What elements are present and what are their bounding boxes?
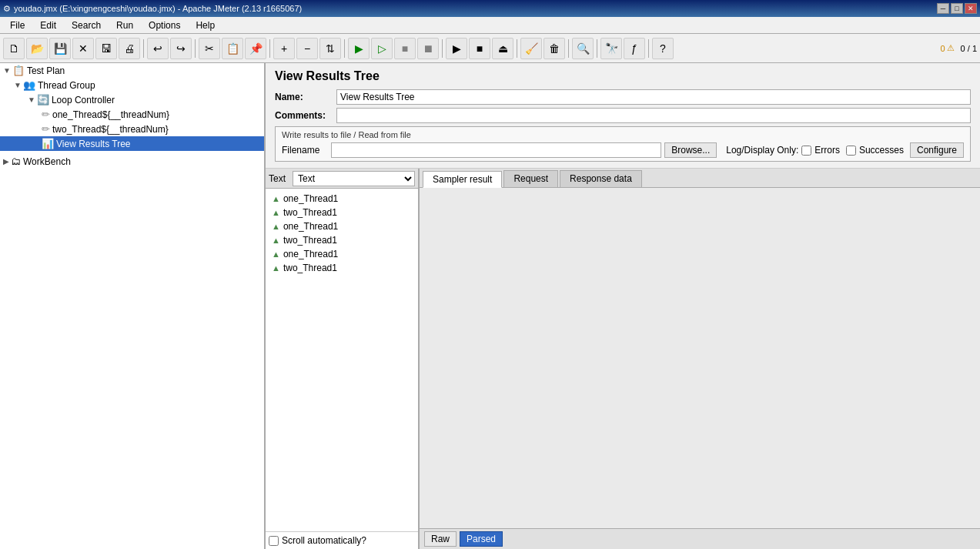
sep4 <box>344 39 345 58</box>
left-results: Text Text RegExp Tester CSS/JQuery Teste… <box>266 169 420 549</box>
tab-request[interactable]: Request <box>503 170 558 187</box>
menu-help[interactable]: Help <box>189 18 222 33</box>
tab-response-data[interactable]: Response data <box>560 170 642 187</box>
titlebar-left: ⚙ youdao.jmx (E:\xingnengceshi\youdao.jm… <box>3 4 302 14</box>
expand-arrow-loopcontroller: ▼ <box>28 95 35 104</box>
list-item[interactable]: ▲ one_Thread1 <box>269 219 415 233</box>
open-button[interactable]: 📂 <box>26 38 48 59</box>
errors-checkbox[interactable] <box>801 146 811 156</box>
cut-button[interactable]: ✂ <box>199 38 220 59</box>
workbench-label: WorkBench <box>23 156 71 167</box>
menu-run[interactable]: Run <box>109 18 140 33</box>
stop-button[interactable]: ■ <box>394 38 416 59</box>
menu-file[interactable]: File <box>3 18 32 33</box>
result-label-4: two_Thread1 <box>283 235 337 246</box>
tree-item-threadgroup[interactable]: ▼ 👥 Thread Group <box>0 78 264 92</box>
result-icon-2: ▲ <box>272 208 280 217</box>
sep3 <box>269 39 270 58</box>
list-item[interactable]: ▲ two_Thread1 <box>269 233 415 247</box>
results-dropdown[interactable]: Text RegExp Tester CSS/JQuery Tester XPa… <box>293 171 415 186</box>
filename-label: Filename <box>282 145 328 156</box>
copy-button[interactable]: 📋 <box>222 38 243 59</box>
tree-item-one-thread[interactable]: ✏ one_Thread${__threadNum} <box>0 107 264 122</box>
app-icon: ⚙ <box>3 4 11 14</box>
tree-item-testplan[interactable]: ▼ 📋 Test Plan <box>0 63 264 78</box>
list-item[interactable]: ▲ two_Thread1 <box>269 206 415 219</box>
scroll-auto-checkbox[interactable] <box>269 536 279 546</box>
tree-item-vrt[interactable]: 📊 View Results Tree <box>0 136 264 151</box>
shutdown-button[interactable]: ⏹ <box>417 38 439 59</box>
close-tb-button[interactable]: ✕ <box>72 38 94 59</box>
file-section-title: Write results to file / Read from file <box>282 130 964 139</box>
browse-button[interactable]: 🔭 <box>600 38 622 59</box>
name-label: Name: <box>275 92 336 102</box>
configure-button[interactable]: Configure <box>910 142 964 158</box>
tab-sampler-result[interactable]: Sampler result <box>423 171 502 188</box>
redo-button[interactable]: ↪ <box>170 38 192 59</box>
start-button[interactable]: ▶ <box>348 38 370 59</box>
sampler1-icon: ✏ <box>42 109 50 120</box>
browse-button-file[interactable]: Browse... <box>664 142 717 158</box>
successes-checkbox[interactable] <box>846 146 856 156</box>
search-button[interactable]: 🔍 <box>572 38 594 59</box>
list-item[interactable]: ▲ one_Thread1 <box>269 247 415 261</box>
loopcontroller-icon: 🔄 <box>37 94 49 105</box>
vrt-form: View Results Tree Name: Comments: Write … <box>266 63 980 169</box>
result-label-3: one_Thread1 <box>283 221 338 232</box>
right-panel: View Results Tree Name: Comments: Write … <box>266 63 980 549</box>
clear-all-button[interactable]: 🗑 <box>544 38 565 59</box>
result-icon-5: ▲ <box>272 249 280 259</box>
titlebar-controls: ─ □ ✕ <box>937 3 977 14</box>
sep9 <box>648 39 649 58</box>
save-button[interactable]: 🖫 <box>95 38 117 59</box>
collapse-button[interactable]: − <box>296 38 318 59</box>
result-label-5: one_Thread1 <box>283 249 338 259</box>
expand-button[interactable]: + <box>273 38 295 59</box>
main: ▼ 📋 Test Plan ▼ 👥 Thread Group ▼ 🔄 Loop … <box>0 63 980 549</box>
name-input[interactable] <box>336 89 971 105</box>
new-button[interactable]: 🗋 <box>3 38 25 59</box>
result-label-2: two_Thread1 <box>283 207 337 218</box>
undo-button[interactable]: ↩ <box>147 38 169 59</box>
successes-checkbox-label: Successes <box>846 145 904 156</box>
right-results: Sampler result Request Response data Raw… <box>420 169 980 549</box>
toggle-button[interactable]: ⇅ <box>319 38 341 59</box>
tree-item-two-thread[interactable]: ✏ two_Thread${__threadNum} <box>0 122 264 136</box>
menubar: File Edit Search Run Options Help <box>0 17 980 34</box>
comments-row: Comments: <box>275 108 971 123</box>
raw-button[interactable]: Raw <box>424 531 457 547</box>
titlebar: ⚙ youdao.jmx (E:\xingnengceshi\youdao.jm… <box>0 0 980 17</box>
remote-stop-button[interactable]: ■ <box>469 38 490 59</box>
tree-item-loopcontroller[interactable]: ▼ 🔄 Loop Controller <box>0 92 264 107</box>
remote-start-button[interactable]: ▶ <box>446 38 467 59</box>
close-button[interactable]: ✕ <box>965 3 977 14</box>
parsed-button[interactable]: Parsed <box>460 531 503 547</box>
save-as-button[interactable]: 💾 <box>49 38 71 59</box>
menu-search[interactable]: Search <box>65 18 108 33</box>
left-panel: ▼ 📋 Test Plan ▼ 👥 Thread Group ▼ 🔄 Loop … <box>0 63 266 549</box>
clear-button[interactable]: 🧹 <box>520 38 542 59</box>
filename-input[interactable] <box>331 142 661 158</box>
results-header: Text Text RegExp Tester CSS/JQuery Teste… <box>266 169 418 189</box>
workbench-icon: 🗂 <box>11 156 21 167</box>
minimize-button[interactable]: ─ <box>937 3 949 14</box>
menu-edit[interactable]: Edit <box>33 18 63 33</box>
tabs-bar: Sampler result Request Response data <box>420 169 980 188</box>
result-label-1: one_Thread1 <box>283 193 338 204</box>
paste-button[interactable]: 📌 <box>245 38 266 59</box>
remote-shutdown-button[interactable]: ⏏ <box>492 38 513 59</box>
list-item[interactable]: ▲ one_Thread1 <box>269 192 415 206</box>
errors-label: Errors <box>814 145 840 156</box>
function-button[interactable]: ƒ <box>624 38 645 59</box>
tree-item-workbench[interactable]: ▶ 🗂 WorkBench <box>0 154 264 169</box>
result-icon-4: ▲ <box>272 236 280 245</box>
start-no-pause-button[interactable]: ▷ <box>371 38 393 59</box>
maximize-button[interactable]: □ <box>951 3 963 14</box>
result-label-6: two_Thread1 <box>283 263 337 273</box>
print-button[interactable]: 🖨 <box>119 38 140 59</box>
file-row: Filename Browse... Log/Display Only: Err… <box>282 142 964 158</box>
list-item[interactable]: ▲ two_Thread1 <box>269 261 415 275</box>
comments-input[interactable] <box>336 108 971 123</box>
menu-options[interactable]: Options <box>142 18 187 33</box>
help-button[interactable]: ? <box>652 38 674 59</box>
